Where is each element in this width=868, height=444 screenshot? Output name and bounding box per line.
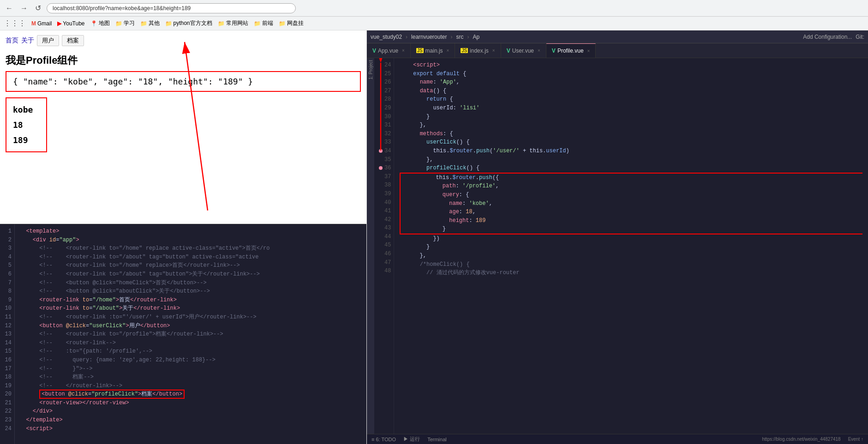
ide-line-38: path: '/profile', — [400, 182, 862, 191]
code-line-1: <template> — [19, 227, 362, 236]
ide-line-25: export default { — [400, 70, 862, 78]
code-line-13: <!-- <router-link to="/profile">档案</rout… — [19, 330, 362, 339]
tab-uservue-label: User.vue — [512, 48, 534, 54]
status-event: Event ↑ — [848, 437, 863, 442]
ide-line-31: }, — [400, 121, 862, 130]
status-url: https://blog.csdn.net/weixin_44827418 — [762, 437, 841, 442]
tab-profilevue-close[interactable]: × — [587, 48, 590, 54]
ide-line-30: } — [400, 113, 862, 121]
code-line-12: <button @click="userClick">用户</button> — [19, 322, 362, 330]
nav-about-link[interactable]: 关于 — [21, 36, 34, 45]
ide-line-46: }, — [400, 252, 862, 260]
browser-chrome: ← → ↺ — [0, 0, 868, 17]
browser-code-section: 12345 678910 1112131415 1617181920 21222… — [0, 224, 366, 444]
ide-line-47: /*homeClick() { — [400, 260, 862, 269]
bookmark-frontend[interactable]: 📁 前端 — [254, 19, 273, 27]
bookmark-gmail[interactable]: M Gmail — [31, 20, 52, 27]
nav-user-button[interactable]: 用户 — [37, 35, 59, 46]
tab-uservue-close[interactable]: × — [538, 48, 540, 53]
nav-home-link[interactable]: 首页 — [6, 36, 18, 45]
tab-indexjs-label: index.js — [470, 48, 489, 54]
browser-top-section: 首页 关于 用户 档案 我是Profile组件 { "name": "kobe"… — [0, 30, 366, 224]
bookmark-maps-label: 地图 — [99, 19, 110, 27]
maps-icon: 📍 — [90, 20, 97, 27]
ide-titlebar: vue_study02 › learnvuerouter › src › Ap … — [367, 30, 868, 43]
code-line-21: <router-view></router-view> — [19, 399, 362, 408]
vue-icon-user: V — [507, 48, 510, 54]
bookmark-python[interactable]: 📁 python官方文档 — [165, 19, 212, 27]
nav-back-button[interactable]: ← — [4, 3, 15, 13]
ide-git: Git: — [856, 34, 864, 40]
ide-add-config[interactable]: Add Configuration... — [803, 34, 852, 40]
code-line-4: <!-- <router-link to="/about" tag="butto… — [19, 253, 362, 262]
breakpoint-34 — [379, 149, 383, 153]
bookmark-common[interactable]: 📁 常用网站 — [218, 19, 248, 27]
bookmark-study[interactable]: 📁 学习 — [115, 19, 135, 27]
code-line-8: <!-- <button @click="aboutClick">关于</but… — [19, 287, 362, 296]
address-bar[interactable] — [47, 3, 296, 13]
ide-tabs: V App.vue × JS main.js × JS index.js × V… — [367, 43, 868, 58]
tab-appvue[interactable]: V App.vue × — [367, 43, 411, 58]
breakpoint-36 — [379, 166, 383, 170]
ide-line-24: <script> — [400, 61, 862, 70]
tab-indexjs[interactable]: JS index.js × — [455, 43, 501, 58]
status-terminal[interactable]: Terminal — [427, 437, 447, 442]
nav-forward-button[interactable]: → — [18, 3, 30, 13]
bookmark-other[interactable]: 📁 其他 — [140, 19, 160, 27]
study-icon: 📁 — [115, 20, 122, 27]
code-line-24: <script> — [19, 425, 362, 433]
ide-line-39: query: { — [400, 191, 862, 199]
tab-mainjs-close[interactable]: × — [447, 48, 449, 53]
bookmark-netdisk[interactable]: 📁 网盘挂 — [279, 19, 304, 27]
ide-line-27: data() { — [400, 87, 862, 96]
js-icon-index: JS — [461, 48, 468, 53]
ide-editor: 1: Project 2425262728 2930313233 34 35 3… — [367, 58, 868, 434]
ide-project-sidebar: 1: Project — [367, 58, 374, 434]
bookmark-youtube[interactable]: ▶ YouTube — [57, 20, 84, 27]
vue-icon-app: V — [372, 48, 376, 54]
project-label: 1: Project — [368, 60, 373, 83]
nav-profile-button[interactable]: 档案 — [62, 35, 84, 46]
other-icon: 📁 — [140, 20, 147, 27]
tab-mainjs[interactable]: JS main.js × — [411, 43, 455, 58]
status-run[interactable]: ▶ 运行 — [403, 436, 420, 443]
tab-indexjs-close[interactable]: × — [492, 48, 495, 53]
tab-appvue-close[interactable]: × — [402, 48, 405, 53]
ide-line-35: }, — [400, 156, 862, 164]
ide-line-42: height: 189 — [400, 216, 862, 225]
code-line-3: <!-- <router-link to="/home" replace act… — [19, 244, 362, 253]
ide-project-name: vue_study02 — [371, 34, 402, 40]
tab-profilevue[interactable]: V Profile.vue × — [546, 43, 596, 58]
ide-separator3: › — [467, 34, 469, 40]
code-line-10: <router-link to="/about">关于</router-link… — [19, 304, 362, 313]
status-todo[interactable]: ≡ 6: TODO — [371, 437, 396, 442]
ide-line-29: userId: 'lisi' — [400, 104, 862, 113]
ide-panel: vue_study02 › learnvuerouter › src › Ap … — [367, 30, 868, 444]
bookmark-python-label: python官方文档 — [174, 19, 212, 27]
ide-line-28: return { — [400, 95, 862, 104]
ide-line-32: methods: { — [400, 130, 862, 138]
tab-uservue[interactable]: V User.vue × — [501, 43, 546, 58]
code-line-15: <!-- :to="{path: '/profile',--> — [19, 347, 362, 356]
code-line-16: <!-- query: {name: 'zep',age: 22,height:… — [19, 356, 362, 365]
frontend-icon: 📁 — [254, 20, 261, 27]
code-line-7: <!-- <button @click="homeClick">首页</butt… — [19, 279, 362, 288]
code-line-11: <!-- <router-link :to="'/user/' + userId… — [19, 313, 362, 322]
tab-mainjs-label: main.js — [425, 48, 443, 54]
ide-separator: › — [406, 34, 407, 40]
python-icon: 📁 — [165, 20, 172, 27]
ide-separator2: › — [450, 34, 452, 40]
apps-icon[interactable]: ⋮⋮⋮ — [4, 19, 26, 28]
bookmark-common-label: 常用网站 — [226, 19, 248, 27]
ide-line-48: // 涌过代码的方式修改vue-router — [400, 269, 862, 277]
nav-links: 首页 关于 用户 档案 — [0, 30, 366, 49]
bookmark-youtube-label: YouTube — [63, 20, 84, 27]
code-line-6: <!-- <router-link to="/about" tag="butto… — [19, 270, 362, 279]
nav-refresh-button[interactable]: ↺ — [33, 3, 43, 13]
bookmark-netdisk-label: 网盘挂 — [287, 19, 304, 27]
ide-line-43: } — [400, 225, 862, 234]
ide-line-37: this.$router.push({ — [400, 173, 862, 182]
browser-viewport: 首页 关于 用户 档案 我是Profile组件 { "name": "kobe"… — [0, 30, 367, 444]
code-line-14: <!-- <router-link--> — [19, 339, 362, 348]
bookmark-maps[interactable]: 📍 地图 — [90, 19, 110, 27]
